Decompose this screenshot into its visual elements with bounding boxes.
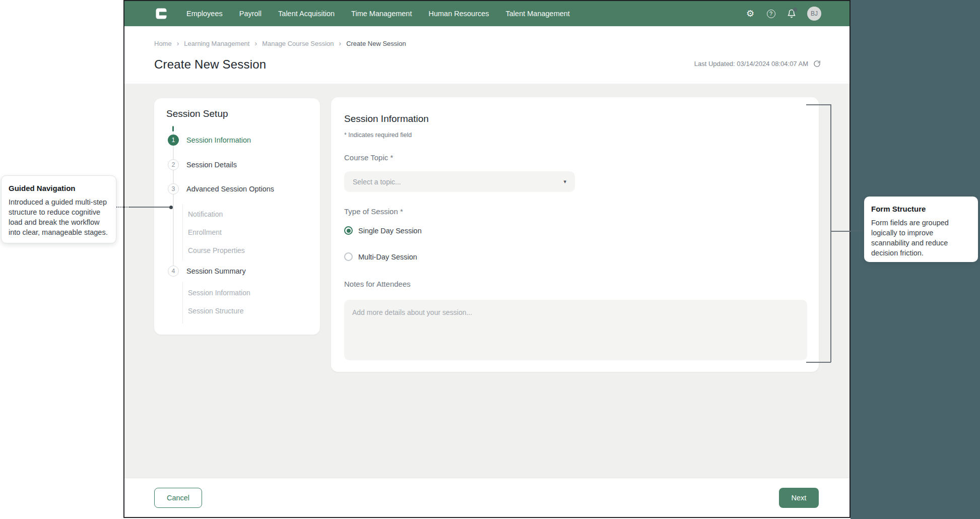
step-session-information[interactable]: 1 Session Information bbox=[168, 135, 251, 146]
caret-down-icon: ▾ bbox=[563, 178, 566, 185]
step-label: Session Information bbox=[186, 136, 251, 144]
refresh-icon[interactable] bbox=[813, 60, 821, 68]
callout-text-line: decision friction. bbox=[871, 248, 971, 258]
left-annotation-endpoint-dot bbox=[169, 206, 173, 209]
notifications-bell-icon[interactable] bbox=[787, 9, 797, 19]
nav-menu: Employees Payroll Talent Acquisition Tim… bbox=[186, 10, 570, 18]
top-navigation-bar: Employees Payroll Talent Acquisition Tim… bbox=[124, 1, 850, 26]
step-label: Advanced Session Options bbox=[186, 185, 274, 193]
stepper-connector-line bbox=[173, 133, 174, 268]
course-topic-select[interactable]: Select a topic... ▾ bbox=[344, 171, 575, 192]
substep-notification[interactable]: Notification bbox=[188, 210, 223, 218]
right-bracket-top-line bbox=[806, 104, 831, 105]
substep-enrollment[interactable]: Enrollment bbox=[188, 228, 222, 236]
session-information-card: Session Information * Indicates required… bbox=[331, 97, 819, 372]
session-setup-title: Session Setup bbox=[166, 108, 228, 119]
breadcrumb-current-page: Create New Session bbox=[346, 40, 406, 47]
callout-text-line: scannability and reduce bbox=[871, 238, 971, 248]
step-number-badge: 4 bbox=[168, 266, 179, 277]
next-button[interactable]: Next bbox=[779, 488, 819, 508]
page-title: Create New Session bbox=[154, 57, 266, 72]
radio-label: Single Day Session bbox=[358, 227, 422, 235]
last-updated: Last Updated: 03/14/2024 08:04:07 AM bbox=[694, 60, 821, 68]
right-bracket-bottom-line bbox=[806, 362, 831, 363]
radio-single-day-session[interactable]: Single Day Session bbox=[344, 226, 422, 235]
settings-gear-icon[interactable]: ⚙ bbox=[745, 9, 755, 19]
breadcrumb-home[interactable]: Home bbox=[154, 40, 172, 47]
step-session-details[interactable]: 2 Session Details bbox=[168, 159, 237, 170]
nav-utilities: ⚙ ? BJ bbox=[745, 7, 821, 21]
callout-text-line: into clear, manageable stages. bbox=[9, 227, 109, 237]
callout-text-line: structure to reduce cognitive bbox=[9, 207, 109, 217]
required-field-note: * Indicates required field bbox=[344, 132, 412, 139]
session-setup-card: Session Setup 1 Session Information 2 Se… bbox=[154, 98, 320, 335]
step-session-summary[interactable]: 4 Session Summary bbox=[168, 266, 246, 277]
step-number-badge: 2 bbox=[168, 159, 179, 170]
radio-unselected-icon bbox=[344, 252, 353, 261]
form-title: Session Information bbox=[344, 113, 429, 124]
notes-for-attendees-label: Notes for Attendees bbox=[344, 280, 411, 288]
substep-course-properties[interactable]: Course Properties bbox=[188, 246, 245, 254]
page-content: Session Setup 1 Session Information 2 Se… bbox=[124, 84, 850, 478]
substep-session-structure[interactable]: Session Structure bbox=[188, 307, 244, 315]
substeps-advanced-options: Notification Enrollment Course Propertie… bbox=[182, 204, 183, 261]
callout-text-line: Form fields are grouped bbox=[871, 218, 971, 228]
app-logo-icon[interactable] bbox=[155, 8, 167, 20]
step-label: Session Summary bbox=[186, 267, 246, 275]
type-of-session-label: Type of Session * bbox=[344, 207, 403, 216]
left-annotation-dotted-line bbox=[116, 207, 129, 208]
notification-badge bbox=[793, 8, 797, 12]
form-structure-callout: Form Structure Form fields are grouped l… bbox=[864, 197, 978, 262]
step-number-badge: 3 bbox=[168, 183, 179, 194]
step-number-badge: 1 bbox=[168, 135, 179, 146]
nav-item-employees[interactable]: Employees bbox=[186, 10, 223, 18]
user-avatar[interactable]: BJ bbox=[807, 7, 821, 21]
last-updated-text: Last Updated: 03/14/2024 08:04:07 AM bbox=[694, 60, 808, 68]
substep-session-information[interactable]: Session Information bbox=[188, 289, 250, 297]
callout-text-line: load and break the workflow bbox=[9, 217, 109, 227]
callout-text-line: logically to improve bbox=[871, 228, 971, 238]
help-icon[interactable]: ? bbox=[766, 9, 776, 19]
select-placeholder-text: Select a topic... bbox=[353, 178, 401, 186]
nav-item-payroll[interactable]: Payroll bbox=[239, 10, 262, 18]
cancel-button[interactable]: Cancel bbox=[154, 488, 202, 508]
page-header: Home › Learning Management › Manage Cour… bbox=[124, 26, 850, 84]
step-label: Session Details bbox=[186, 161, 237, 169]
nav-item-talent-acquisition[interactable]: Talent Acquisition bbox=[278, 10, 335, 18]
callout-title: Guided Navigation bbox=[9, 184, 109, 192]
breadcrumb: Home › Learning Management › Manage Cour… bbox=[154, 39, 406, 47]
right-annotation-dotted-line bbox=[851, 230, 864, 231]
chevron-right-icon: › bbox=[254, 39, 257, 47]
course-topic-label: Course Topic * bbox=[344, 153, 393, 162]
callout-text-line: Introduced a guided multi-step bbox=[9, 197, 109, 207]
nav-item-talent-management[interactable]: Talent Management bbox=[506, 10, 570, 18]
right-bracket-vertical-line bbox=[830, 104, 831, 362]
callout-title: Form Structure bbox=[871, 205, 971, 213]
substeps-session-summary: Session Information Session Structure bbox=[182, 282, 183, 323]
form-footer: Cancel Next bbox=[124, 478, 850, 517]
radio-selected-icon bbox=[344, 226, 353, 235]
app-window: Employees Payroll Talent Acquisition Tim… bbox=[123, 0, 851, 518]
stepper-progress-tick bbox=[172, 126, 174, 132]
breadcrumb-learning-management[interactable]: Learning Management bbox=[184, 40, 249, 47]
nav-item-human-resources[interactable]: Human Resources bbox=[428, 10, 489, 18]
radio-multi-day-session[interactable]: Multi-Day Session bbox=[344, 252, 417, 261]
guided-navigation-callout: Guided Navigation Introduced a guided mu… bbox=[1, 175, 116, 243]
chevron-right-icon: › bbox=[177, 39, 179, 47]
breadcrumb-manage-course-session[interactable]: Manage Course Session bbox=[262, 40, 334, 47]
step-advanced-session-options[interactable]: 3 Advanced Session Options bbox=[168, 183, 274, 194]
chevron-right-icon: › bbox=[339, 39, 341, 47]
nav-item-time-management[interactable]: Time Management bbox=[351, 10, 412, 18]
radio-label: Multi-Day Session bbox=[358, 253, 417, 261]
right-annotation-line bbox=[830, 231, 851, 232]
notes-textarea[interactable] bbox=[344, 300, 807, 360]
left-annotation-line bbox=[129, 207, 169, 208]
